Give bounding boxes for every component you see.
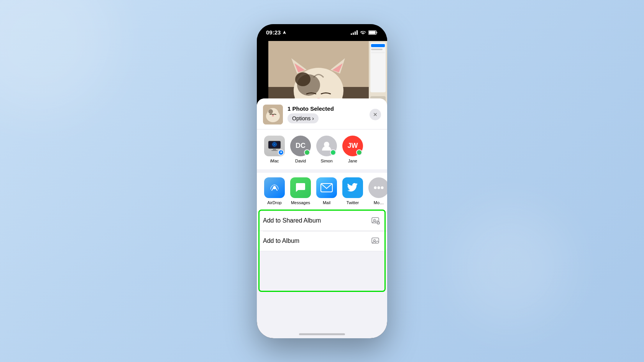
app-mail[interactable]: Mail <box>315 177 338 205</box>
album-icon <box>370 236 381 246</box>
svg-rect-33 <box>271 150 278 151</box>
person-icon-svg <box>321 140 332 152</box>
status-icons <box>351 30 378 35</box>
contact-david[interactable]: DC David <box>289 136 312 163</box>
contact-imac-label: iMac <box>270 159 279 163</box>
svg-point-12 <box>295 72 310 86</box>
twitter-svg <box>347 183 358 193</box>
apps-row: AirDrop Messages Mail <box>257 173 387 211</box>
time-display: 09:23 <box>266 29 281 36</box>
status-bar: 09:23 <box>257 24 387 41</box>
imac-avatar <box>264 136 285 156</box>
svg-rect-20 <box>371 44 385 47</box>
status-time: 09:23 <box>266 29 287 36</box>
phone-frame: 09:23 <box>257 24 387 338</box>
add-shared-album-row[interactable]: Add to Shared Album <box>257 211 387 231</box>
airdrop-app-icon <box>264 177 285 198</box>
messages-svg <box>295 183 306 193</box>
svg-point-40 <box>374 186 377 189</box>
shared-album-icon <box>370 215 381 226</box>
contact-simon[interactable]: Simon <box>315 136 338 163</box>
app-messages[interactable]: Messages <box>289 177 312 205</box>
people-row: iMac DC David Simon <box>257 129 387 169</box>
svg-rect-32 <box>273 149 276 150</box>
home-indicator <box>299 333 345 335</box>
svg-point-41 <box>378 186 380 189</box>
app-airdrop-label: AirDrop <box>267 200 281 205</box>
contact-simon-label: Simon <box>320 159 332 163</box>
messages-app-icon <box>290 177 311 198</box>
separator-1 <box>257 169 387 172</box>
contact-jane[interactable]: JW Jane <box>341 136 364 163</box>
options-label: Options <box>292 115 310 121</box>
airdrop-svg <box>269 182 280 193</box>
options-chevron: › <box>312 115 314 121</box>
share-info: 1 Photo Selected Options › <box>288 105 365 123</box>
location-icon <box>282 30 287 35</box>
mail-svg <box>320 183 333 192</box>
app-twitter[interactable]: Twitter <box>341 177 364 205</box>
david-badge <box>304 149 310 156</box>
svg-rect-2 <box>369 31 376 34</box>
app-more[interactable]: Mo… <box>367 177 387 205</box>
jane-avatar: JW <box>342 136 363 156</box>
options-button[interactable]: Options › <box>288 113 319 123</box>
app-more-label: Mo… <box>374 200 384 205</box>
add-album-label: Add to Album <box>263 238 299 244</box>
svg-point-29 <box>272 115 274 116</box>
app-mail-label: Mail <box>323 200 330 205</box>
add-shared-album-label: Add to Shared Album <box>263 217 321 224</box>
svg-point-42 <box>381 186 384 189</box>
contact-imac[interactable]: iMac <box>263 136 286 163</box>
action-list: Add to Shared Album Add to Album <box>257 211 387 251</box>
jane-badge <box>356 149 362 156</box>
share-thumbnail <box>263 105 283 124</box>
david-avatar: DC <box>290 136 311 156</box>
svg-rect-22 <box>371 52 385 53</box>
signal-icon <box>351 30 358 35</box>
close-button[interactable]: ✕ <box>370 109 381 120</box>
twitter-app-icon <box>342 177 363 198</box>
share-title: 1 Photo Selected <box>288 105 365 112</box>
svg-point-28 <box>268 109 273 114</box>
svg-point-36 <box>274 144 275 145</box>
contact-jane-label: Jane <box>348 159 357 163</box>
simon-avatar <box>316 136 337 156</box>
mail-app-icon <box>316 177 337 198</box>
close-icon: ✕ <box>373 111 378 118</box>
battery-icon <box>368 30 378 35</box>
share-header: 1 Photo Selected Options › ✕ <box>257 98 387 129</box>
contact-david-label: David <box>295 159 306 163</box>
wifi-icon <box>360 30 366 35</box>
app-twitter-label: Twitter <box>347 200 359 205</box>
svg-rect-1 <box>376 31 377 33</box>
app-messages-label: Messages <box>291 200 310 205</box>
more-dots-svg <box>374 186 384 189</box>
svg-rect-21 <box>371 49 383 50</box>
airdrop-badge <box>278 149 284 156</box>
share-panel: 1 Photo Selected Options › ✕ <box>257 98 387 338</box>
simon-badge <box>330 149 336 156</box>
more-app-icon <box>368 177 387 198</box>
app-airdrop[interactable]: AirDrop <box>263 177 286 205</box>
add-album-row[interactable]: Add to Album <box>257 231 387 251</box>
